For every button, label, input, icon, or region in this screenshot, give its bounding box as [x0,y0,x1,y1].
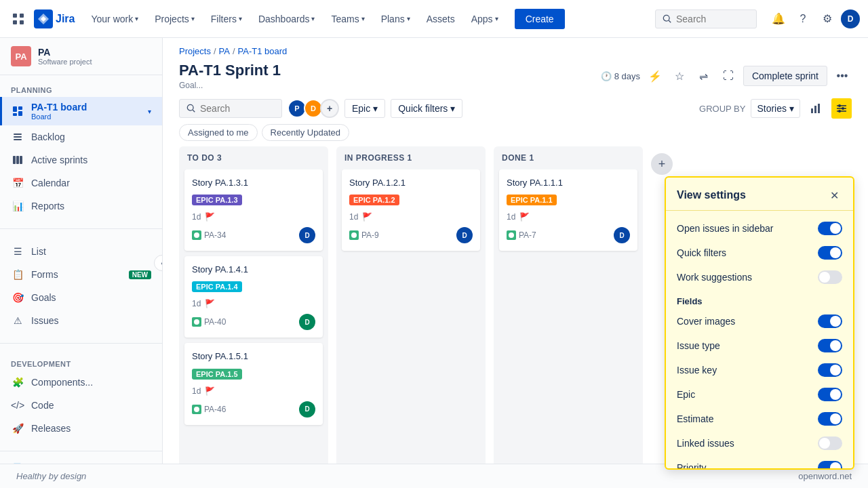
nav-dashboards[interactable]: Dashboards▾ [253,9,321,28]
project-icon: PA [11,46,31,66]
view-settings-btn[interactable] [831,98,852,119]
card-meta: 1d 🚩 [507,212,630,222]
user-avatar[interactable]: D [841,9,860,28]
top-navigation: Jira Your work▾ Projects▾ Filters▾ Dashb… [0,0,868,38]
help-icon[interactable]: ? [792,8,814,30]
sidebar-item-issues[interactable]: ⚠ Issues [0,309,162,332]
search-box[interactable] [655,9,757,28]
jira-logo[interactable]: Jira [34,9,75,28]
svg-point-28 [194,319,199,325]
svg-point-29 [194,407,199,412]
notifications-icon[interactable]: 🔔 [768,8,789,30]
vs-toggle-open-sidebar[interactable] [818,222,842,235]
epic-chevron-icon: ▾ [373,103,378,114]
nav-apps[interactable]: Apps▾ [466,9,504,28]
epic-badge: EPIC PA.1.3 [192,195,242,205]
sidebar-item-calendar[interactable]: 📅 Calendar [0,171,162,195]
vs-toggle-epic[interactable] [818,388,842,401]
column-title-done: DONE 1 [502,153,534,163]
sidebar-item-active-sprints[interactable]: Active sprints [0,148,162,171]
releases-label: Releases [31,423,151,434]
breadcrumb-projects[interactable]: Projects [179,46,211,56]
lightning-icon-btn[interactable]: ⚡ [646,66,665,85]
vs-toggle-priority[interactable] [818,461,842,468]
fullscreen-icon-btn[interactable]: ⛶ [719,66,738,85]
vs-toggle-issue-key[interactable] [818,363,842,377]
toggle-thumb-priority [830,462,841,468]
sidebar-item-board[interactable]: PA-T1 board Board ▾ [0,97,162,125]
card-story-1341[interactable]: Story PA.1.3.1 EPIC PA.1.3 1d 🚩 PA-34 D [184,169,323,251]
sidebar-item-list[interactable]: ☰ List [0,240,162,263]
svg-rect-11 [14,136,22,138]
toolbar-search[interactable] [179,99,282,118]
card-story-1551[interactable]: Story PA.1.5.1 EPIC PA.1.5 1d 🚩 PA-46 D [184,343,323,424]
project-info: PA Software project [38,47,151,66]
nav-projects[interactable]: Projects▾ [149,9,200,28]
apps-grid-icon[interactable] [8,9,28,29]
breadcrumb-board[interactable]: PA-T1 board [238,46,288,56]
footer-tagline: Healthy by design [16,471,86,481]
card-id-area: PA-9 [349,230,379,240]
vs-toggle-cover-images[interactable] [818,314,842,328]
toggle-thumb-linked-issues [819,438,830,449]
board-search-input[interactable] [200,103,275,114]
nav-plans[interactable]: Plans▾ [376,9,416,28]
sidebar-item-goals[interactable]: 🎯 Goals [0,286,162,309]
vs-toggle-work-suggestions[interactable] [818,270,842,284]
filter-chip-assigned[interactable]: Assigned to me [179,124,258,141]
nav-filters[interactable]: Filters▾ [205,9,248,28]
board-icon [11,104,24,118]
card-story-1221[interactable]: Story PA.1.2.1 EPIC PA.1.2 1d 🚩 PA-9 D [342,169,480,251]
search-input[interactable] [676,14,744,24]
add-column-btn[interactable]: + [651,153,673,175]
create-button[interactable]: Create [515,9,565,29]
sidebar-item-releases[interactable]: 🚀 Releases [0,417,162,440]
nav-your-work[interactable]: Your work▾ [85,9,144,28]
vs-label-open-sidebar: Open issues in sidebar [677,223,773,234]
card-title: Story PA.1.5.1 [192,350,315,363]
chart-view-btn[interactable] [806,98,826,119]
card-footer: PA-40 D [192,314,315,330]
star-icon-btn[interactable]: ☆ [670,66,689,85]
board-column-done: DONE 1 Story PA.1.1.1 EPIC PA.1.1 1d 🚩 P… [494,146,643,480]
calendar-icon: 📅 [11,176,24,190]
nav-assets[interactable]: Assets [421,9,460,28]
filter-chip-recent[interactable]: Recently Updated [262,124,349,141]
board-column-inprogress: IN PROGRESS 1 Story PA.1.2.1 EPIC PA.1.2… [336,146,486,480]
toolbar-search-icon [186,104,196,113]
card-meta: 1d 🚩 [192,386,315,396]
vs-toggle-quick-filters[interactable] [818,246,842,260]
card-id: PA-40 [204,317,226,327]
vs-toggle-estimate[interactable] [818,412,842,426]
sidebar-item-components[interactable]: 🧩 Components... [0,371,162,394]
card-story-1111[interactable]: Story PA.1.1.1 EPIC PA.1.1 1d 🚩 PA-7 D [499,169,637,251]
nav-teams[interactable]: Teams▾ [326,9,370,28]
toggle-thumb-epic [830,389,841,400]
vs-toggle-issue-type[interactable] [818,339,842,352]
breadcrumb-pa[interactable]: PA [219,46,230,56]
project-name: PA [38,47,151,58]
vs-close-btn[interactable]: ✕ [826,187,842,203]
svg-rect-0 [13,14,17,18]
issue-type-icon [192,405,201,414]
complete-sprint-button[interactable]: Complete sprint [743,66,827,86]
group-by-select[interactable]: Stories ▾ [751,99,800,118]
column-header-inprogress: IN PROGRESS 1 [336,146,486,169]
svg-rect-18 [811,108,813,113]
epic-badge: EPIC PA.1.4 [192,281,242,292]
avatar-add-btn[interactable]: + [320,99,339,118]
sidebar-item-backlog[interactable]: Backlog [0,125,162,148]
sidebar-item-reports[interactable]: 📊 Reports [0,195,162,218]
sidebar-item-code[interactable]: </> Code [0,394,162,417]
settings-icon[interactable]: ⚙ [816,8,838,30]
quick-filters-dropdown[interactable]: Quick filters ▾ [391,99,462,118]
flag-icon: 🚩 [205,299,215,308]
vs-toggle-linked-issues[interactable] [818,436,842,450]
share-icon-btn[interactable]: ⇌ [694,66,713,85]
more-options-btn[interactable]: ••• [833,66,852,85]
development-section: DEVELOPMENT 🧩 Components... </> Code 🚀 R… [0,349,162,445]
epic-dropdown[interactable]: Epic ▾ [344,99,385,118]
card-footer: PA-34 D [192,227,315,243]
sidebar-item-forms[interactable]: 📋 Forms NEW [0,263,162,286]
card-story-1441[interactable]: Story PA.1.4.1 EPIC PA.1.4 1d 🚩 PA-40 D [184,256,323,338]
